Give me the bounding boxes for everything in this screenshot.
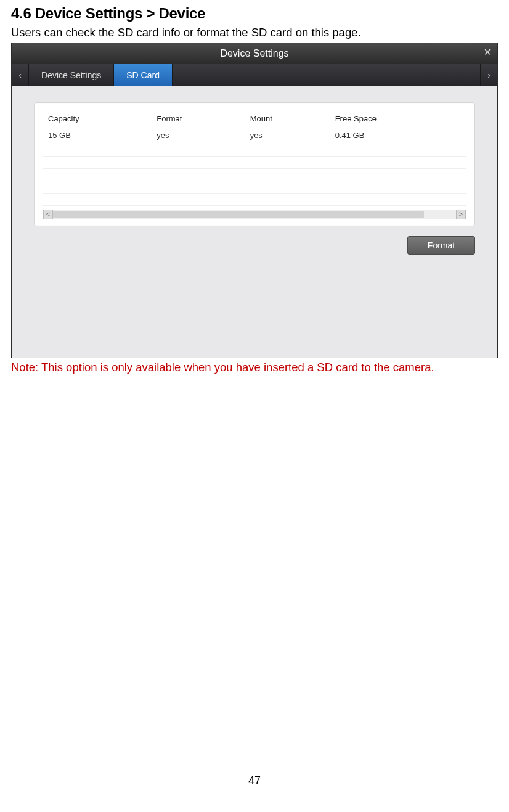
scroll-left-icon[interactable]: < <box>43 210 53 219</box>
note-text: Note: This option is only available when… <box>11 359 498 376</box>
tab-device-settings[interactable]: Device Settings <box>29 64 114 86</box>
table-row <box>43 168 466 181</box>
sd-card-table: Capacity Format Mount Free Space 15 GB y… <box>43 114 466 206</box>
cell-capacity: 15 GB <box>43 127 152 144</box>
col-mount: Mount <box>245 114 330 127</box>
table-row[interactable]: 15 GB yes yes 0.41 GB <box>43 127 466 144</box>
sd-card-panel: Capacity Format Mount Free Space 15 GB y… <box>34 102 475 226</box>
intro-text: Users can check the SD card info or form… <box>11 25 498 41</box>
col-free-space: Free Space <box>330 114 466 127</box>
device-settings-dialog: Device Settings × ‹ Device Settings SD C… <box>11 43 498 358</box>
tab-spacer <box>173 64 480 86</box>
section-heading: 4.6 Device Settings > Device <box>11 5 498 22</box>
table-row <box>43 144 466 156</box>
cell-free-space: 0.41 GB <box>330 127 466 144</box>
horizontal-scrollbar[interactable]: < > <box>43 210 466 219</box>
page-number: 47 <box>0 774 509 787</box>
col-capacity: Capacity <box>43 114 152 127</box>
dialog-title: Device Settings <box>220 48 288 59</box>
format-button[interactable]: Format <box>407 236 475 255</box>
cell-format: yes <box>152 127 245 144</box>
tab-label: Device Settings <box>41 70 101 80</box>
cell-mount: yes <box>245 127 330 144</box>
tab-label: SD Card <box>126 70 160 80</box>
tab-bar: ‹ Device Settings SD Card › <box>12 64 497 86</box>
tab-scroll-right-icon[interactable]: › <box>480 64 497 86</box>
format-row: Format <box>34 236 475 255</box>
dialog-body: Capacity Format Mount Free Space 15 GB y… <box>12 86 497 358</box>
table-row <box>43 193 466 205</box>
col-format: Format <box>152 114 245 127</box>
scroll-right-icon[interactable]: > <box>456 210 466 219</box>
scroll-thumb[interactable] <box>53 211 424 218</box>
dialog-titlebar: Device Settings × <box>12 43 497 64</box>
tab-sd-card[interactable]: SD Card <box>114 64 173 86</box>
table-row <box>43 156 466 168</box>
table-row <box>43 181 466 193</box>
close-icon[interactable]: × <box>484 46 491 58</box>
tab-scroll-left-icon[interactable]: ‹ <box>12 64 29 86</box>
scroll-track[interactable] <box>53 210 456 219</box>
format-button-label: Format <box>428 240 455 250</box>
